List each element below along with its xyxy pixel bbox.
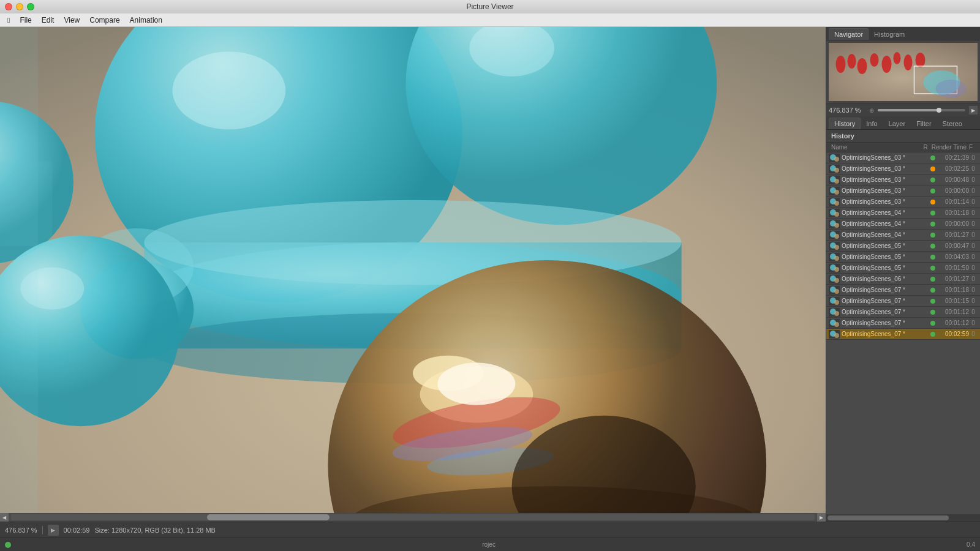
history-thumb (829, 231, 840, 239)
svg-point-55 (834, 212, 839, 217)
history-thumb (829, 242, 840, 250)
status-time: 00:02:59 (64, 527, 90, 534)
tab-history[interactable]: History (829, 118, 861, 129)
f-value: 0 (969, 287, 978, 293)
f-value: 0 (969, 276, 978, 282)
zoom-slider-fill (878, 109, 939, 111)
history-row-name: OptimisingScenes_07 * (842, 298, 929, 304)
tab-histogram[interactable]: Histogram (869, 28, 910, 40)
close-button[interactable] (5, 3, 12, 10)
history-row[interactable]: OptimisingScenes_03 *00:00:480 (826, 174, 980, 186)
play-icon: ▶ (51, 527, 55, 533)
svg-point-73 (834, 278, 839, 283)
history-row[interactable]: OptimisingScenes_03 *00:21:390 (826, 152, 980, 163)
status-dot (930, 222, 935, 227)
svg-point-49 (834, 190, 839, 195)
zoom-value: 476.837 % (829, 107, 865, 114)
tab-layer[interactable]: Layer (883, 118, 911, 129)
status-dot (930, 244, 935, 249)
history-panel: History Name R Render Time F OptimisingS… (826, 130, 980, 514)
history-row-name: OptimisingScenes_07 * (842, 287, 929, 293)
minimize-button[interactable] (16, 3, 23, 10)
history-row[interactable]: OptimisingScenes_07 *00:02:590 (826, 329, 980, 340)
scroll-right-arrow[interactable]: ▶ (817, 513, 826, 522)
col-r: R (921, 144, 930, 151)
f-value: 0 (969, 176, 978, 183)
right-scroll-thumb[interactable] (827, 515, 949, 520)
svg-point-67 (834, 256, 839, 261)
render-time: 00:01:18 (937, 287, 969, 293)
history-row[interactable]: OptimisingScenes_03 *00:01:140 (826, 197, 980, 208)
history-thumb (829, 209, 840, 217)
zoom-slider[interactable] (878, 109, 965, 111)
scrollbar-thumb[interactable] (207, 514, 330, 520)
svg-point-43 (834, 168, 839, 173)
history-row[interactable]: OptimisingScenes_07 *00:01:120 (826, 318, 980, 329)
render-time: 00:21:39 (937, 154, 969, 161)
status-zoom: 476.837 % (5, 527, 37, 534)
play-button[interactable]: ▶ (48, 525, 59, 536)
menu-item-edit[interactable]: Edit (37, 15, 59, 26)
status-dot (930, 200, 935, 204)
history-row[interactable]: OptimisingScenes_07 *00:01:180 (826, 285, 980, 296)
menu-item-compare[interactable]: Compare (85, 15, 124, 26)
render-time: 00:00:00 (937, 187, 969, 194)
history-thumb (829, 297, 840, 305)
timeline-status-dot (5, 542, 11, 548)
history-row[interactable]: OptimisingScenes_03 *00:00:000 (826, 186, 980, 197)
svg-point-34 (916, 53, 925, 67)
tab-info[interactable]: Info (861, 118, 883, 129)
render-time: 00:01:27 (937, 276, 969, 282)
render-time: 00:01:18 (937, 209, 969, 216)
menu-item-view[interactable]: View (59, 15, 85, 26)
navigator-thumbnail[interactable] (829, 43, 978, 101)
status-dot (930, 310, 935, 315)
status-dot (930, 332, 935, 337)
history-row[interactable]: OptimisingScenes_07 *00:01:120 (826, 307, 980, 318)
history-row[interactable]: OptimisingScenes_04 *00:00:000 (826, 219, 980, 230)
svg-point-46 (834, 179, 839, 184)
status-dot (930, 277, 935, 282)
tab-stereo[interactable]: Stereo (937, 118, 968, 129)
history-row[interactable]: OptimisingScenes_05 *00:04:030 (826, 252, 980, 263)
tab-filter[interactable]: Filter (911, 118, 937, 129)
status-dot (930, 321, 935, 326)
svg-point-30 (870, 53, 879, 67)
menu-item-animation[interactable]: Animation (125, 15, 167, 26)
maximize-button[interactable] (27, 3, 34, 10)
status-dot (930, 288, 935, 293)
history-row[interactable]: OptimisingScenes_04 *00:01:270 (826, 230, 980, 241)
history-row-name: OptimisingScenes_03 * (842, 154, 929, 161)
menu-item-file[interactable]: File (15, 15, 36, 26)
f-value: 0 (969, 331, 978, 337)
scroll-left-arrow[interactable]: ◀ (0, 513, 9, 522)
status-dot (930, 211, 935, 216)
titlebar: Picture Viewer (0, 0, 980, 13)
f-value: 0 (969, 231, 978, 238)
history-row[interactable]: OptimisingScenes_05 *00:00:470 (826, 241, 980, 252)
history-row[interactable]: OptimisingScenes_06 *00:01:270 (826, 274, 980, 285)
render-time: 00:01:14 (937, 198, 969, 205)
svg-point-29 (858, 58, 867, 74)
history-thumb (829, 330, 840, 339)
history-thumb (829, 275, 840, 283)
apple-menu[interactable]:  (2, 15, 15, 26)
svg-point-37 (936, 80, 967, 98)
f-value: 0 (969, 264, 978, 271)
zoom-percentage-sign: ⊕ (869, 107, 874, 114)
right-panel-scrollbar[interactable] (826, 514, 980, 522)
history-row[interactable]: OptimisingScenes_05 *00:01:500 (826, 263, 980, 274)
timeline-label: rojec (331, 541, 647, 548)
col-render-time: Render Time (930, 144, 967, 151)
history-row[interactable]: OptimisingScenes_04 *00:01:180 (826, 208, 980, 219)
zoom-increment-button[interactable]: ▶ (969, 106, 978, 114)
history-row[interactable]: OptimisingScenes_07 *00:01:150 (826, 296, 980, 307)
history-row[interactable]: OptimisingScenes_03 *00:02:250 (826, 163, 980, 174)
zoom-slider-thumb[interactable] (937, 108, 941, 113)
svg-point-58 (834, 223, 839, 228)
svg-point-27 (836, 56, 846, 73)
tab-navigator[interactable]: Navigator (829, 28, 869, 40)
status-dot (930, 167, 935, 171)
canvas-horizontal-scrollbar[interactable]: ◀ ▶ (0, 513, 826, 522)
canvas-area[interactable]: ◀ ▶ (0, 27, 826, 522)
